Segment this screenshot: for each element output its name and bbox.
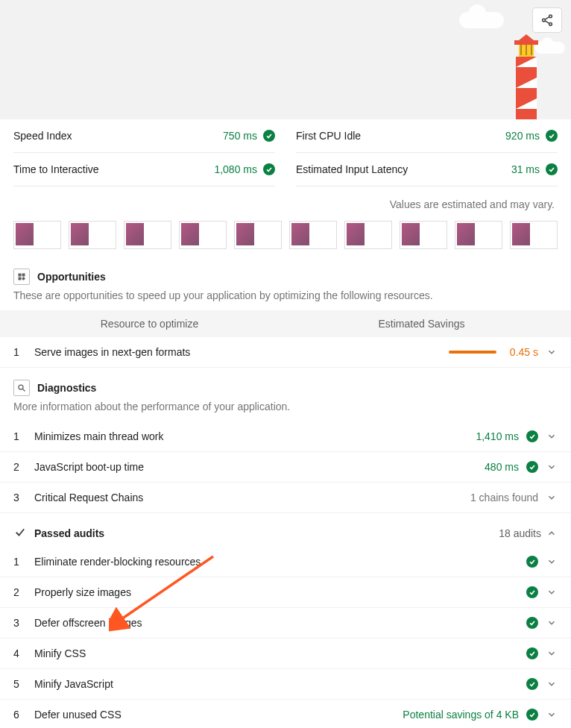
metric-value: 920 ms bbox=[505, 130, 540, 142]
check-icon bbox=[546, 163, 558, 175]
col-resource: Resource to optimize bbox=[13, 318, 286, 330]
svg-rect-16 bbox=[22, 274, 25, 277]
metric-value: 31 ms bbox=[511, 163, 540, 175]
svg-point-0 bbox=[549, 15, 552, 18]
svg-rect-14 bbox=[531, 45, 532, 55]
svg-point-1 bbox=[543, 19, 546, 22]
filmstrip-frame bbox=[344, 221, 392, 249]
row-label: Serve images in next-gen formats bbox=[34, 346, 441, 358]
svg-rect-12 bbox=[520, 45, 522, 55]
svg-line-20 bbox=[23, 389, 25, 392]
chevron-down-icon[interactable] bbox=[546, 492, 558, 503]
savings-value: 0.45 s bbox=[510, 346, 538, 358]
svg-marker-18 bbox=[22, 277, 25, 280]
chevron-down-icon[interactable] bbox=[546, 679, 558, 689]
check-icon bbox=[546, 130, 558, 142]
row-value: 1,410 ms bbox=[476, 430, 519, 442]
filmstrip-frame bbox=[179, 221, 227, 249]
opportunities-table-header: Resource to optimize Estimated Savings bbox=[0, 310, 571, 337]
filmstrip-frame bbox=[510, 221, 558, 249]
chevron-down-icon[interactable] bbox=[546, 556, 558, 567]
diagnostic-row[interactable]: 3 Critical Request Chains 1 chains found bbox=[0, 483, 571, 513]
svg-line-3 bbox=[545, 17, 549, 19]
diagnostics-header: Diagnostics bbox=[0, 368, 571, 401]
diagnostic-row[interactable]: 2 JavaScript boot-up time 480 ms bbox=[0, 452, 571, 483]
row-label: Minimizes main thread work bbox=[34, 430, 468, 442]
filmstrip bbox=[0, 216, 571, 257]
hero-banner bbox=[0, 0, 571, 119]
chevron-down-icon[interactable] bbox=[546, 648, 558, 659]
svg-rect-10 bbox=[514, 40, 538, 45]
row-label: Defer unused CSS bbox=[34, 709, 395, 721]
col-savings: Estimated Savings bbox=[286, 318, 558, 330]
row-number: 5 bbox=[13, 678, 27, 690]
check-icon bbox=[263, 163, 275, 175]
row-label: Properly size images bbox=[34, 586, 519, 598]
svg-line-4 bbox=[545, 21, 549, 23]
check-icon bbox=[526, 461, 538, 473]
chevron-down-icon[interactable] bbox=[546, 431, 558, 442]
passed-count: 18 audits bbox=[499, 527, 541, 539]
row-label: JavaScript boot-up time bbox=[34, 461, 477, 473]
row-extra: Potential savings of 4 KB bbox=[403, 709, 519, 721]
chevron-down-icon[interactable] bbox=[546, 587, 558, 597]
opportunities-header: Opportunities bbox=[0, 257, 571, 289]
row-label: Minify JavaScript bbox=[34, 678, 519, 690]
metric-value: 750 ms bbox=[223, 130, 257, 142]
savings-bar bbox=[449, 351, 496, 354]
row-value: 480 ms bbox=[485, 461, 519, 473]
filmstrip-frame bbox=[13, 221, 61, 249]
filmstrip-frame bbox=[400, 221, 447, 249]
section-title: Passed audits bbox=[34, 527, 104, 539]
chevron-up-icon[interactable] bbox=[546, 528, 558, 539]
row-number: 3 bbox=[13, 617, 27, 629]
section-title: Opportunities bbox=[37, 271, 106, 283]
check-icon bbox=[526, 617, 538, 629]
filmstrip-frame bbox=[455, 221, 502, 249]
lighthouse-icon bbox=[508, 34, 544, 119]
opportunity-row[interactable]: 1 Serve images in next-gen formats 0.45 … bbox=[0, 337, 571, 368]
chevron-down-icon[interactable] bbox=[546, 347, 558, 357]
section-subtitle: More information about the performance o… bbox=[0, 401, 571, 421]
passed-audit-row[interactable]: 3 Defer offscreen images bbox=[0, 608, 571, 638]
filmstrip-frame bbox=[69, 221, 116, 249]
row-number: 1 bbox=[13, 346, 27, 358]
svg-marker-11 bbox=[519, 34, 534, 40]
metric-speed-index: Speed Index 750 ms bbox=[13, 119, 275, 153]
passed-audit-row[interactable]: 6 Defer unused CSS Potential savings of … bbox=[0, 700, 571, 728]
chevron-down-icon[interactable] bbox=[546, 618, 558, 628]
row-number: 4 bbox=[13, 647, 27, 659]
passed-audit-row[interactable]: 4 Minify CSS bbox=[0, 638, 571, 669]
diagnostic-row[interactable]: 1 Minimizes main thread work 1,410 ms bbox=[0, 421, 571, 452]
row-label: Eliminate render-blocking resources bbox=[34, 556, 519, 568]
row-number: 1 bbox=[13, 430, 27, 442]
passed-audit-row[interactable]: 1 Eliminate render-blocking resources bbox=[0, 547, 571, 577]
section-subtitle: These are opportunities to speed up your… bbox=[0, 289, 571, 310]
passed-audit-row[interactable]: 5 Minify JavaScript bbox=[0, 669, 571, 700]
check-icon bbox=[526, 430, 538, 442]
check-icon bbox=[263, 130, 275, 142]
check-icon bbox=[526, 709, 538, 721]
metric-label: Speed Index bbox=[13, 130, 72, 142]
check-icon bbox=[13, 525, 27, 541]
row-number: 2 bbox=[13, 586, 27, 598]
chevron-down-icon[interactable] bbox=[546, 462, 558, 472]
disclaimer-text: Values are estimated and may vary. bbox=[0, 186, 571, 216]
filmstrip-frame bbox=[234, 221, 282, 249]
svg-point-2 bbox=[549, 22, 552, 25]
row-label: Minify CSS bbox=[34, 647, 519, 659]
share-button[interactable] bbox=[532, 7, 562, 33]
row-number: 2 bbox=[13, 461, 27, 473]
metric-time-to-interactive: Time to Interactive 1,080 ms bbox=[13, 153, 275, 186]
filmstrip-frame bbox=[289, 221, 337, 249]
passed-audits-header[interactable]: Passed audits 18 audits bbox=[0, 513, 571, 547]
row-value: 1 chains found bbox=[470, 492, 538, 503]
metric-label: Estimated Input Latency bbox=[296, 163, 408, 175]
magnify-icon bbox=[13, 380, 30, 396]
passed-audit-row[interactable]: 2 Properly size images bbox=[0, 577, 571, 608]
row-number: 6 bbox=[13, 709, 27, 721]
metric-label: First CPU Idle bbox=[296, 130, 361, 142]
metric-label: Time to Interactive bbox=[13, 163, 99, 175]
chevron-down-icon[interactable] bbox=[546, 709, 558, 720]
filmstrip-frame bbox=[124, 221, 171, 249]
